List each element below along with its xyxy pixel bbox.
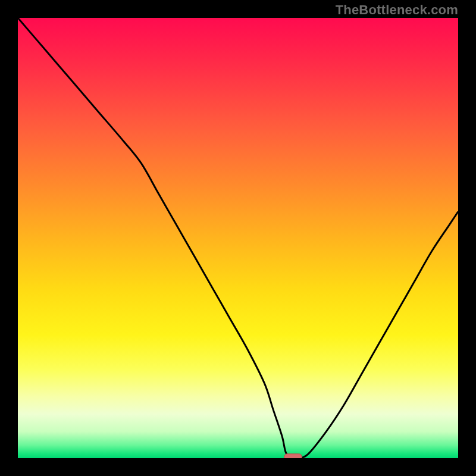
chart-frame: TheBottleneck.com xyxy=(0,0,476,476)
watermark-text: TheBottleneck.com xyxy=(336,2,458,18)
plot-svg xyxy=(18,18,458,458)
bottleneck-curve xyxy=(18,18,458,458)
plot-area xyxy=(18,18,458,458)
min-marker xyxy=(284,454,302,458)
